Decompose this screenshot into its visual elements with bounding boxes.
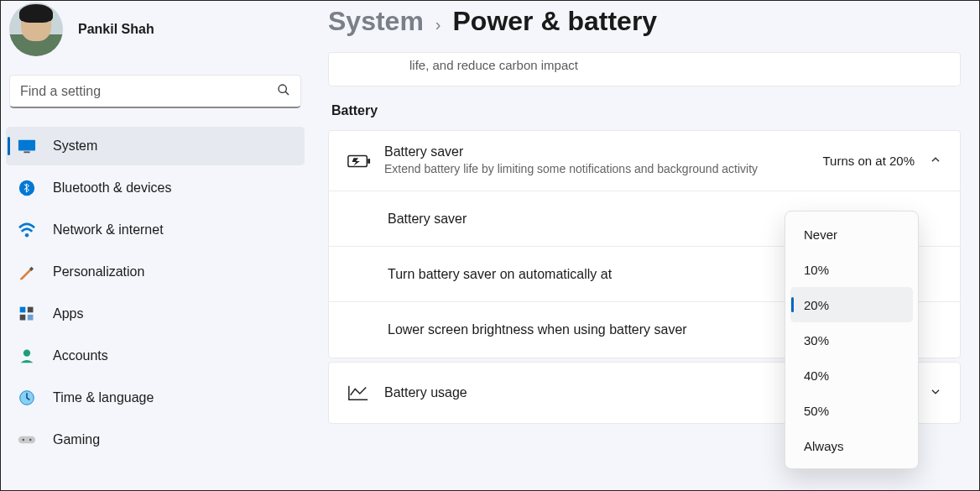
nav-list: System Bluetooth & devices Network & int…: [1, 118, 310, 459]
nav-label: Gaming: [53, 432, 100, 447]
nav-item-network[interactable]: Network & internet: [6, 211, 305, 249]
svg-point-0: [279, 85, 286, 92]
main-content: System › Power & battery life, and reduc…: [328, 1, 979, 490]
chevron-right-icon: ›: [435, 15, 441, 34]
nav-item-gaming[interactable]: Gaming: [6, 420, 305, 459]
avatar: [9, 3, 63, 56]
svg-point-15: [29, 439, 32, 441]
nav-label: System: [53, 138, 97, 154]
profile-name: Pankil Shah: [78, 22, 154, 37]
chevron-up-icon: [930, 154, 941, 168]
system-icon: [18, 137, 36, 155]
nav-item-personalization[interactable]: Personalization: [6, 253, 305, 291]
nav-item-accounts[interactable]: Accounts: [6, 337, 305, 375]
sidebar: Pankil Shah System Bluetooth & devices: [1, 1, 310, 490]
chart-icon: [347, 384, 384, 402]
nav-label: Personalization: [53, 264, 144, 279]
svg-line-1: [285, 91, 289, 95]
nav-label: Network & internet: [53, 222, 164, 238]
nav-label: Accounts: [53, 348, 108, 363]
search-input[interactable]: [20, 84, 277, 99]
dropdown-option-30[interactable]: 30%: [790, 322, 913, 358]
dropdown-option-never[interactable]: Never: [790, 217, 913, 252]
battery-saver-value: Turns on at 20%: [822, 154, 915, 168]
profile-block[interactable]: Pankil Shah: [1, 1, 310, 65]
breadcrumb-parent[interactable]: System: [328, 6, 424, 37]
svg-rect-7: [20, 307, 26, 313]
svg-point-14: [23, 439, 25, 441]
svg-point-11: [23, 350, 30, 357]
threshold-dropdown: Never 10% 20% 30% 40% 50% Always: [785, 211, 919, 469]
svg-rect-17: [368, 159, 370, 164]
nav-label: Time & language: [53, 390, 154, 405]
battery-saver-header-row[interactable]: Battery saver Extend battery life by lim…: [329, 131, 960, 191]
breadcrumb: System › Power & battery: [328, 1, 961, 52]
svg-rect-3: [23, 151, 29, 153]
page-title: Power & battery: [453, 6, 658, 37]
nav-item-system[interactable]: System: [6, 127, 305, 165]
svg-rect-2: [18, 140, 35, 151]
dropdown-option-40[interactable]: 40%: [790, 358, 913, 393]
personalization-icon: [18, 263, 36, 281]
svg-rect-8: [28, 307, 34, 313]
svg-rect-10: [28, 315, 34, 321]
dropdown-option-50[interactable]: 50%: [790, 393, 913, 428]
dropdown-option-10[interactable]: 10%: [790, 252, 913, 287]
battery-saver-icon: [347, 153, 384, 170]
nav-item-time-language[interactable]: Time & language: [6, 379, 305, 417]
nav-label: Apps: [53, 306, 83, 321]
gaming-icon: [18, 431, 36, 449]
svg-point-5: [25, 233, 29, 238]
energy-recommendation-card-fragment[interactable]: life, and reduce carbon impact: [328, 52, 961, 86]
bluetooth-icon: [18, 179, 36, 197]
accounts-icon: [18, 347, 36, 365]
energy-recommendation-text: life, and reduce carbon impact: [329, 53, 960, 86]
apps-icon: [18, 305, 36, 323]
svg-rect-13: [18, 436, 35, 443]
search-box[interactable]: [9, 75, 301, 108]
nav-label: Bluetooth & devices: [53, 180, 171, 196]
nav-item-apps[interactable]: Apps: [6, 295, 305, 333]
chevron-down-icon: [930, 386, 941, 400]
section-label-battery: Battery: [331, 103, 961, 118]
dropdown-option-20[interactable]: 20%: [790, 287, 913, 322]
dropdown-option-always[interactable]: Always: [790, 428, 913, 463]
svg-rect-9: [20, 315, 26, 321]
battery-saver-subtitle: Extend battery life by limiting some not…: [384, 161, 821, 177]
battery-saver-title: Battery saver: [384, 144, 822, 159]
nav-item-bluetooth[interactable]: Bluetooth & devices: [6, 169, 305, 207]
time-language-icon: [18, 389, 36, 407]
search-icon: [277, 83, 290, 99]
network-icon: [18, 221, 36, 239]
